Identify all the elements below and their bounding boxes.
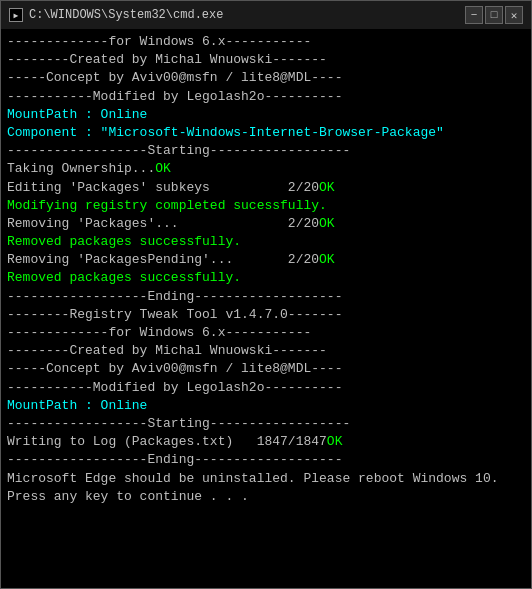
console-line: --------Registry Tweak Tool v1.4.7.0----… bbox=[7, 306, 525, 324]
console-line: MountPath : Online bbox=[7, 106, 525, 124]
console-line: --------Created by Michal Wnuowski------… bbox=[7, 51, 525, 69]
console-line: Editing 'Packages' subkeys 2/20OK bbox=[7, 179, 525, 197]
console-line: -----Concept by Aviv00@msfn / lite8@MDL-… bbox=[7, 69, 525, 87]
console-line: -------------for Windows 6.x----------- bbox=[7, 33, 525, 51]
console-line: Modifying registry completed sucessfully… bbox=[7, 197, 525, 215]
console-line: MountPath : Online bbox=[7, 397, 525, 415]
console-output: -------------for Windows 6.x------------… bbox=[1, 29, 531, 588]
minimize-button[interactable]: − bbox=[465, 6, 483, 24]
console-line: Removing 'PackagesPending'... 2/20OK bbox=[7, 251, 525, 269]
close-button[interactable]: ✕ bbox=[505, 6, 523, 24]
cmd-icon: ▶ bbox=[9, 8, 23, 22]
console-line: -------------for Windows 6.x----------- bbox=[7, 324, 525, 342]
console-line: --------Created by Michal Wnuowski------… bbox=[7, 342, 525, 360]
console-line: -----------Modified by Legolash2o-------… bbox=[7, 88, 525, 106]
cmd-window: ▶ C:\WINDOWS\System32\cmd.exe − □ ✕ ----… bbox=[0, 0, 532, 589]
console-line: -----Concept by Aviv00@msfn / lite8@MDL-… bbox=[7, 360, 525, 378]
console-line: ------------------Starting--------------… bbox=[7, 142, 525, 160]
console-line: -----------Modified by Legolash2o-------… bbox=[7, 379, 525, 397]
maximize-button[interactable]: □ bbox=[485, 6, 503, 24]
console-line: ------------------Ending----------------… bbox=[7, 451, 525, 469]
title-bar: ▶ C:\WINDOWS\System32\cmd.exe − □ ✕ bbox=[1, 1, 531, 29]
title-bar-left: ▶ C:\WINDOWS\System32\cmd.exe bbox=[9, 8, 223, 22]
console-line: Removing 'Packages'... 2/20OK bbox=[7, 215, 525, 233]
console-line: Microsoft Edge should be uninstalled. Pl… bbox=[7, 470, 525, 488]
console-line: ------------------Ending----------------… bbox=[7, 288, 525, 306]
title-bar-text: C:\WINDOWS\System32\cmd.exe bbox=[29, 8, 223, 22]
console-line: ------------------Starting--------------… bbox=[7, 415, 525, 433]
console-line: Taking Ownership...OK bbox=[7, 160, 525, 178]
title-bar-controls: − □ ✕ bbox=[465, 6, 523, 24]
console-line: Removed packages successfully. bbox=[7, 233, 525, 251]
console-line: Writing to Log (Packages.txt) 1847/1847O… bbox=[7, 433, 525, 451]
console-line: Removed packages successfully. bbox=[7, 269, 525, 287]
console-line: Press any key to continue . . . bbox=[7, 488, 525, 506]
console-line: Component : "Microsoft-Windows-Internet-… bbox=[7, 124, 525, 142]
